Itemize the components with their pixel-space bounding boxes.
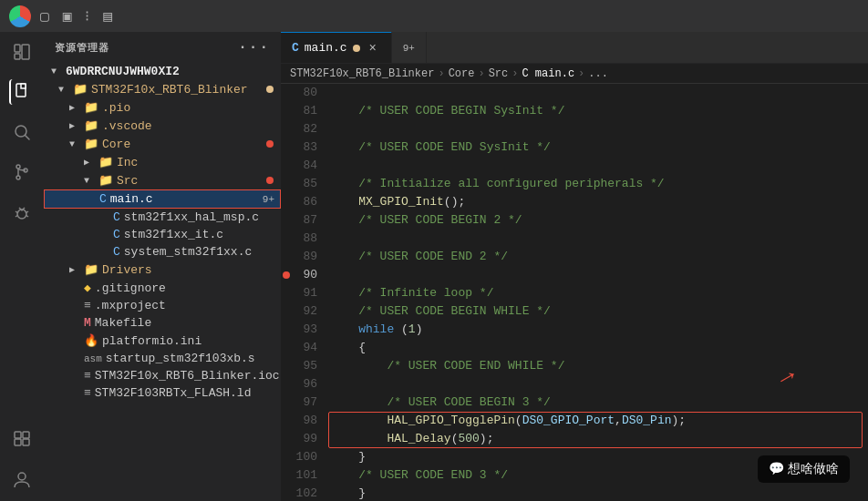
activity-files[interactable]: [9, 79, 35, 105]
tree-item-inc[interactable]: ▶ 📁 Inc: [44, 153, 281, 171]
ln-86: 86: [281, 193, 317, 211]
ln-92: 92: [281, 302, 317, 321]
tab-modified-dot: [353, 45, 360, 52]
tab-mainc[interactable]: C main.c ×: [281, 32, 392, 63]
svg-point-7: [16, 176, 20, 179]
code-line-85: /* Initialize all configured peripherals…: [330, 175, 864, 193]
tree-item-hal[interactable]: ▶ C stm32f1xx_hal_msp.c: [44, 209, 281, 226]
tree-item-mxproject[interactable]: ▶ ≡ .mxproject: [44, 297, 281, 314]
chevron-icon: ▶: [69, 120, 84, 131]
folder-icon: 📁: [84, 262, 98, 277]
code-line-90: [330, 266, 864, 284]
tree-item-makefile[interactable]: ▶ M Makefile: [44, 314, 281, 332]
code-content[interactable]: /* USER CODE BEGIN SysInit */ /* USER CO…: [326, 84, 868, 501]
tab-close-button[interactable]: ×: [366, 41, 380, 56]
ln-87: 87: [281, 211, 317, 230]
grid-icon[interactable]: ⁝: [85, 7, 89, 26]
tree-item-gitignore[interactable]: ▶ ◆ .gitignore: [44, 279, 281, 297]
code-line-88: [330, 230, 864, 248]
tree-item-vscode[interactable]: ▶ 📁 .vscode: [44, 117, 281, 135]
watermark-text: 想啥做啥: [788, 461, 839, 475]
c-file-icon: C: [113, 245, 120, 259]
ld-label: STM32F103RBTx_FLASH.ld: [95, 386, 281, 400]
chevron-icon: ▶: [69, 102, 84, 113]
system-label: system_stm32f1xx.c: [124, 245, 281, 259]
breadcrumb-sep2: ›: [478, 67, 484, 80]
ioc-icon: ≡: [84, 369, 91, 383]
chevron-icon: ▼: [84, 176, 98, 186]
code-line-86: MX_GPIO_Init();: [330, 193, 864, 211]
platformio-label: platformio.ini: [102, 334, 281, 348]
ln-97: 97: [281, 394, 317, 412]
breadcrumb-sep: ›: [438, 67, 444, 80]
drivers-label: Drivers: [102, 263, 281, 277]
ln-102: 102: [281, 485, 317, 501]
file-icon[interactable]: ▢: [40, 7, 49, 26]
tree-item-system[interactable]: ▶ C system_stm32f1xx.c: [44, 243, 281, 261]
svg-rect-0: [15, 45, 20, 52]
tree-item-platformio[interactable]: ▶ 🔥 platformio.ini: [44, 332, 281, 350]
code-line-93: ▼ while (1): [330, 321, 864, 339]
activity-bar: [0, 32, 44, 501]
chevron-icon: ▶: [69, 264, 84, 275]
tree-item-pio[interactable]: ▶ 📁 .pio: [44, 98, 281, 117]
tree-item-root[interactable]: ▼ 6WDRRCNUJWHW0XI2: [44, 63, 281, 80]
tree-item-mainc[interactable]: → C main.c 9+: [44, 189, 281, 209]
code-line-95: /* USER CODE END WHILE */: [330, 357, 864, 375]
boxed-lines: HAL_GPIO_TogglePin(DS0_GPIO_Port,DS0_Pin…: [330, 412, 864, 448]
ln-96: 96: [281, 375, 317, 394]
breadcrumb-more[interactable]: ...: [588, 67, 608, 80]
folder-icon: 📁: [84, 118, 98, 133]
gitignore-label: .gitignore: [95, 281, 281, 295]
ln-99: 99: [281, 430, 317, 448]
tree-item-core[interactable]: ▼ 📁 Core: [44, 135, 281, 153]
makefile-icon: M: [84, 316, 91, 330]
tree-item-ld[interactable]: ▶ ≡ STM32F103RBTx_FLASH.ld: [44, 384, 281, 402]
breadcrumb-sep4: ›: [578, 67, 584, 80]
modified-dot: [266, 86, 274, 93]
ln-82: 82: [281, 120, 317, 138]
tree-item-src[interactable]: ▼ 📁 Src: [44, 171, 281, 189]
tree-item-startup[interactable]: ▶ asm startup_stm32f103xb.s: [44, 350, 281, 367]
tree-item-project[interactable]: ▼ 📁 STM32F10x_RBT6_Blinker: [44, 80, 281, 98]
activity-search[interactable]: [9, 119, 35, 145]
activity-explorer[interactable]: [9, 39, 35, 65]
ln-93: 93: [281, 321, 317, 339]
breadcrumb-file[interactable]: C main.c: [522, 67, 574, 80]
breadcrumb-core[interactable]: Core: [449, 67, 475, 80]
chevron-icon: ▼: [51, 66, 66, 77]
code-line-92: /* USER CODE BEGIN WHILE */: [330, 302, 864, 321]
code-line-97: /* USER CODE BEGIN 3 */: [330, 394, 864, 412]
root-label: 6WDRRCNUJWHW0XI2: [66, 65, 281, 78]
main-badge: 9+: [263, 194, 274, 205]
activity-bar-bottom: [9, 426, 35, 501]
code-line-99: HAL_Delay(500);: [330, 430, 864, 448]
svg-rect-10: [15, 439, 21, 445]
code-line-91: /* Infinite loop */: [330, 284, 864, 302]
code-line-96: [330, 375, 864, 394]
ld-icon: ≡: [84, 386, 91, 400]
tree-item-it[interactable]: ▶ C stm32f1xx_it.c: [44, 226, 281, 243]
breadcrumb-src[interactable]: Src: [489, 67, 509, 80]
main-layout: 资源管理器 ··· ▼ 6WDRRCNUJWHW0XI2 ▼ 📁 STM32F1…: [0, 32, 868, 501]
asm-icon: asm: [84, 353, 102, 364]
tree-item-ioc[interactable]: ▶ ≡ STM32F10x_RBT6_Blinker.ioc: [44, 367, 281, 384]
book-icon[interactable]: ▤: [103, 7, 112, 26]
sidebar-more-button[interactable]: ···: [238, 39, 270, 56]
activity-extensions[interactable]: [9, 426, 35, 452]
svg-point-6: [16, 165, 20, 169]
breadcrumb-project[interactable]: STM32F10x_RBT6_Blinker: [290, 67, 434, 80]
split-icon[interactable]: ▣: [63, 7, 72, 26]
ln-84: 84: [281, 157, 317, 175]
ln-91: 91: [281, 284, 317, 302]
folder-icon: 📁: [98, 155, 113, 169]
ln-90: 90: [281, 266, 317, 284]
activity-account[interactable]: [9, 466, 35, 492]
ln-81: 81: [281, 102, 317, 120]
activity-git[interactable]: [9, 159, 35, 185]
activity-debug[interactable]: [9, 199, 35, 225]
line-numbers: 80 81 82 83 84 85 86 87 88 89 90 91 92 9…: [281, 84, 326, 501]
sidebar: 资源管理器 ··· ▼ 6WDRRCNUJWHW0XI2 ▼ 📁 STM32F1…: [44, 32, 281, 501]
mxproject-label: .mxproject: [95, 299, 281, 312]
tree-item-drivers[interactable]: ▶ 📁 Drivers: [44, 261, 281, 279]
